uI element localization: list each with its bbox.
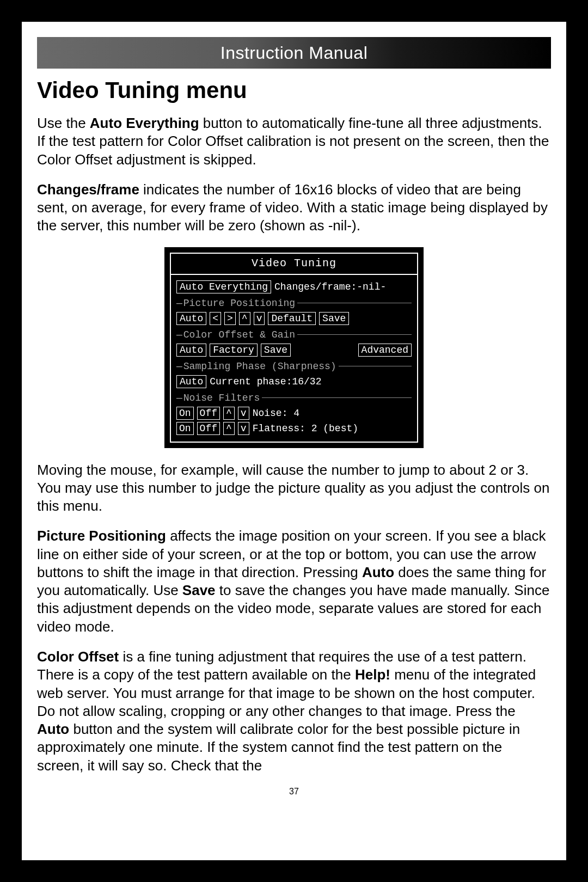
bold-save: Save (182, 582, 216, 598)
paragraph-5: Color Offset is a fine tuning adjustment… (37, 648, 551, 775)
bold-color-offset: Color Offset (37, 648, 119, 665)
group-label: Picture Positioning (182, 298, 296, 309)
off-button[interactable]: Off (197, 422, 220, 435)
up-arrow-button[interactable]: ^ (223, 407, 235, 420)
bold-changes-frame: Changes/frame (37, 181, 139, 198)
bold-auto: Auto (362, 564, 394, 580)
menu-row-color: Auto Factory Save Advanced (176, 344, 412, 357)
dash-icon: — (176, 298, 182, 309)
paragraph-3: Moving the mouse, for example, will caus… (37, 461, 551, 516)
group-label: Noise Filters (182, 393, 261, 403)
group-sampling-phase: — Sampling Phase (Sharpness) (176, 361, 412, 372)
paragraph-4: Picture Positioning affects the image po… (37, 527, 551, 636)
save-button[interactable]: Save (319, 312, 349, 325)
factory-button[interactable]: Factory (210, 344, 258, 357)
noise-label: Noise: 4 (253, 408, 299, 419)
down-arrow-button[interactable]: v (254, 312, 265, 325)
flatness-label: Flatness: 2 (best) (253, 423, 358, 434)
up-arrow-button[interactable]: ^ (239, 312, 250, 325)
group-noise-filters: — Noise Filters (176, 393, 412, 403)
left-arrow-button[interactable]: < (210, 312, 221, 325)
paragraph-1: Use the Auto Everything button to automa… (37, 114, 551, 169)
menu-row-positioning: Auto < > ^ v Default Save (176, 312, 412, 325)
menu-row-sampling: Auto Current phase:16/32 (176, 375, 412, 388)
text: Use the (37, 115, 90, 131)
group-line (297, 303, 412, 303)
header-title: Instruction Manual (220, 43, 367, 63)
text: button and the system will calibrate col… (37, 721, 520, 774)
menu-row-auto-everything: Auto Everything Changes/frame:-nil- (176, 280, 412, 293)
save-button[interactable]: Save (261, 344, 291, 357)
right-arrow-button[interactable]: > (224, 312, 236, 325)
on-button[interactable]: On (176, 422, 194, 435)
auto-button[interactable]: Auto (176, 344, 206, 357)
group-picture-positioning: — Picture Positioning (176, 298, 412, 309)
bold-help: Help! (355, 666, 390, 683)
changes-frame-label: Changes/frame:-nil- (274, 281, 386, 292)
group-line (297, 334, 412, 335)
paragraph-2: Changes/frame indicates the number of 16… (37, 181, 551, 235)
bold-picture-positioning: Picture Positioning (37, 528, 166, 544)
bold-auto: Auto (37, 721, 69, 737)
current-phase-label: Current phase:16/32 (210, 376, 321, 387)
auto-button[interactable]: Auto (176, 312, 206, 325)
section-title: Video Tuning menu (37, 77, 551, 103)
off-button[interactable]: Off (197, 407, 220, 420)
video-tuning-menu: Video Tuning Auto Everything Changes/fra… (164, 247, 424, 448)
default-button[interactable]: Default (268, 312, 316, 325)
up-arrow-button[interactable]: ^ (223, 422, 235, 435)
group-line (262, 397, 412, 398)
down-arrow-button[interactable]: v (238, 407, 249, 420)
dash-icon: — (176, 329, 182, 340)
dash-icon: — (176, 361, 182, 372)
header-bar: Instruction Manual (37, 37, 551, 69)
menu-title: Video Tuning (171, 254, 417, 275)
page: Instruction Manual Video Tuning menu Use… (22, 22, 566, 860)
dash-icon: — (176, 393, 182, 403)
page-number: 37 (22, 787, 566, 797)
menu-body: Auto Everything Changes/frame:-nil- — Pi… (171, 275, 417, 442)
bold-auto-everything: Auto Everything (90, 115, 199, 131)
menu-inner: Video Tuning Auto Everything Changes/fra… (170, 253, 418, 443)
menu-row-flatness: On Off ^ v Flatness: 2 (best) (176, 422, 412, 435)
menu-row-noise: On Off ^ v Noise: 4 (176, 407, 412, 420)
group-label: Color Offset & Gain (182, 329, 296, 340)
down-arrow-button[interactable]: v (238, 422, 249, 435)
auto-button[interactable]: Auto (176, 375, 206, 388)
group-label: Sampling Phase (Sharpness) (182, 361, 338, 372)
group-color-offset: — Color Offset & Gain (176, 329, 412, 340)
group-line (339, 366, 412, 366)
on-button[interactable]: On (176, 407, 194, 420)
advanced-button[interactable]: Advanced (358, 344, 412, 357)
auto-everything-button[interactable]: Auto Everything (176, 280, 271, 293)
